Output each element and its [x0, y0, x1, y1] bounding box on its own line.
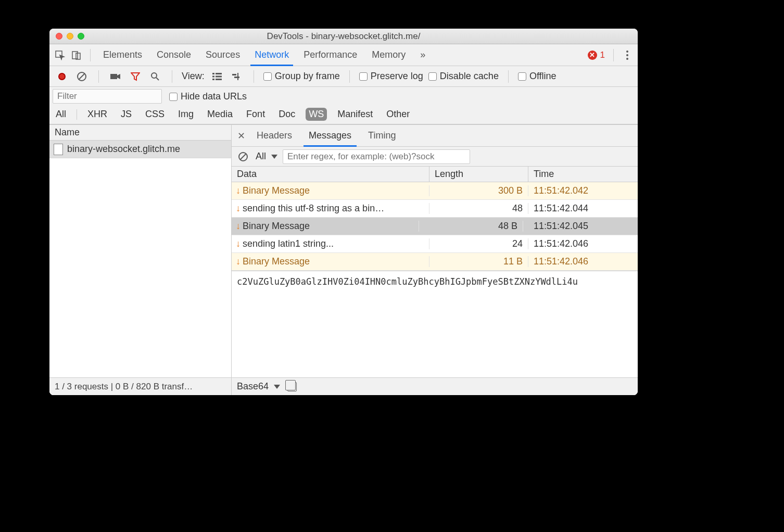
hide-data-urls-checkbox[interactable]: Hide data URLs: [169, 91, 247, 102]
inspect-element-icon[interactable]: [53, 48, 67, 62]
arrow-down-icon: ↓: [236, 238, 241, 249]
message-row[interactable]: ↓Binary Message48 B11:51:42.045: [232, 218, 638, 235]
encoding-select[interactable]: Base64: [237, 381, 280, 392]
message-regex-input[interactable]: [283, 149, 470, 164]
message-label: Binary Message: [243, 221, 310, 232]
tab-sources[interactable]: Sources: [199, 44, 246, 66]
col-length[interactable]: Length: [429, 167, 528, 182]
detail-tab-messages[interactable]: Messages: [300, 125, 360, 147]
filter-type-font[interactable]: Font: [243, 108, 268, 121]
svg-rect-2: [76, 53, 80, 59]
filter-type-img[interactable]: Img: [175, 108, 197, 121]
message-row[interactable]: ↓Binary Message11 B11:51:42.046: [232, 253, 638, 271]
kebab-menu-icon[interactable]: [620, 48, 635, 62]
error-badge[interactable]: ✕ 1: [588, 50, 605, 60]
messages-filter-bar: All: [232, 147, 638, 167]
preserve-log-checkbox[interactable]: Preserve log: [359, 71, 423, 82]
large-rows-icon[interactable]: [210, 69, 224, 84]
request-name: binary-websocket.glitch.me: [67, 144, 180, 155]
svg-rect-11: [216, 75, 222, 77]
message-type-filter[interactable]: All: [256, 151, 277, 162]
filter-type-css[interactable]: CSS: [142, 108, 168, 121]
filter-bar: Hide data URLs AllXHRJSCSSImgMediaFontDo…: [49, 87, 638, 124]
divider: [254, 70, 254, 83]
filter-type-js[interactable]: JS: [118, 108, 135, 121]
arrow-down-icon: ↓: [236, 256, 241, 267]
tab-memory[interactable]: Memory: [365, 44, 412, 66]
copy-icon[interactable]: [287, 382, 297, 391]
file-icon: [54, 144, 63, 155]
detail-tabbar: ✕ HeadersMessagesTiming: [232, 125, 638, 147]
message-row[interactable]: ↓sending latin1 string...2411:51:42.046: [232, 235, 638, 253]
main-tabbar: ElementsConsoleSourcesNetworkPerformance…: [49, 44, 638, 66]
message-payload[interactable]: c2VuZGluZyB0aGlzIHV0Zi04IHN0cmluZyBhcyBh…: [232, 271, 638, 377]
filter-type-all[interactable]: All: [53, 108, 69, 121]
window-title: DevTools - binary-websocket.glitch.me/: [49, 31, 638, 42]
message-label: sending this utf-8 string as a bin…: [243, 203, 384, 214]
error-count: 1: [600, 50, 605, 60]
search-icon[interactable]: [148, 69, 162, 84]
filter-type-manifest[interactable]: Manifest: [334, 108, 376, 121]
divider: [508, 70, 509, 83]
detail-tab-timing[interactable]: Timing: [360, 125, 404, 147]
svg-rect-1: [72, 52, 78, 59]
chevron-down-icon: [271, 155, 277, 159]
tabs-overflow-button[interactable]: »: [414, 44, 432, 66]
svg-rect-14: [232, 74, 236, 75]
filter-type-other[interactable]: Other: [383, 108, 413, 121]
svg-line-7: [156, 78, 159, 80]
divider: [349, 70, 350, 83]
message-time: 11:51:42.042: [528, 185, 638, 196]
arrow-down-icon: ↓: [236, 221, 241, 232]
group-by-frame-checkbox[interactable]: Group by frame: [263, 71, 340, 82]
requests-pane: Name binary-websocket.glitch.me 1 / 3 re…: [49, 125, 232, 395]
record-button[interactable]: [55, 69, 69, 84]
filter-type-media[interactable]: Media: [204, 108, 236, 121]
tab-performance[interactable]: Performance: [297, 44, 363, 66]
divider: [613, 49, 614, 61]
svg-rect-10: [212, 75, 214, 77]
content-area: Name binary-websocket.glitch.me 1 / 3 re…: [49, 124, 638, 395]
svg-line-18: [240, 154, 246, 160]
divider: [172, 70, 172, 83]
svg-rect-16: [237, 73, 238, 80]
message-length: 300 B: [429, 185, 528, 196]
col-time[interactable]: Time: [528, 167, 638, 182]
col-data[interactable]: Data: [232, 167, 429, 182]
svg-rect-9: [216, 73, 222, 74]
message-row[interactable]: ↓sending this utf-8 string as a bin…4811…: [232, 200, 638, 218]
overview-icon[interactable]: [230, 69, 244, 84]
filter-input[interactable]: [53, 89, 162, 104]
device-toolbar-icon[interactable]: [69, 48, 84, 62]
message-time: 11:51:42.044: [528, 203, 638, 214]
camera-icon[interactable]: [108, 69, 123, 84]
svg-point-6: [151, 73, 157, 78]
message-length: 48: [429, 203, 528, 214]
payload-toolbar: Base64: [232, 377, 638, 395]
message-label: Binary Message: [243, 256, 310, 267]
detail-pane: ✕ HeadersMessagesTiming All Data Length …: [232, 125, 638, 395]
filter-type-ws[interactable]: WS: [306, 108, 327, 121]
detail-tab-headers[interactable]: Headers: [248, 125, 300, 147]
name-column-header[interactable]: Name: [49, 125, 231, 141]
tab-console[interactable]: Console: [150, 44, 197, 66]
disable-cache-checkbox[interactable]: Disable cache: [428, 71, 499, 82]
chevron-down-icon: [274, 385, 280, 389]
tab-network[interactable]: Network: [248, 44, 295, 66]
svg-rect-5: [110, 74, 117, 79]
request-row[interactable]: binary-websocket.glitch.me: [49, 141, 231, 158]
filter-icon[interactable]: [128, 69, 143, 84]
svg-rect-12: [212, 79, 214, 80]
close-detail-icon[interactable]: ✕: [234, 129, 248, 143]
clear-messages-icon[interactable]: [236, 149, 250, 164]
tab-elements[interactable]: Elements: [97, 44, 148, 66]
offline-checkbox[interactable]: Offline: [518, 71, 557, 82]
clear-icon[interactable]: [74, 69, 89, 84]
filter-type-doc[interactable]: Doc: [275, 108, 298, 121]
svg-line-4: [79, 73, 85, 80]
titlebar: DevTools - binary-websocket.glitch.me/: [49, 29, 638, 44]
divider: [98, 70, 99, 83]
message-row[interactable]: ↓Binary Message300 B11:51:42.042: [232, 182, 638, 200]
svg-rect-15: [234, 77, 239, 78]
filter-type-xhr[interactable]: XHR: [84, 108, 110, 121]
